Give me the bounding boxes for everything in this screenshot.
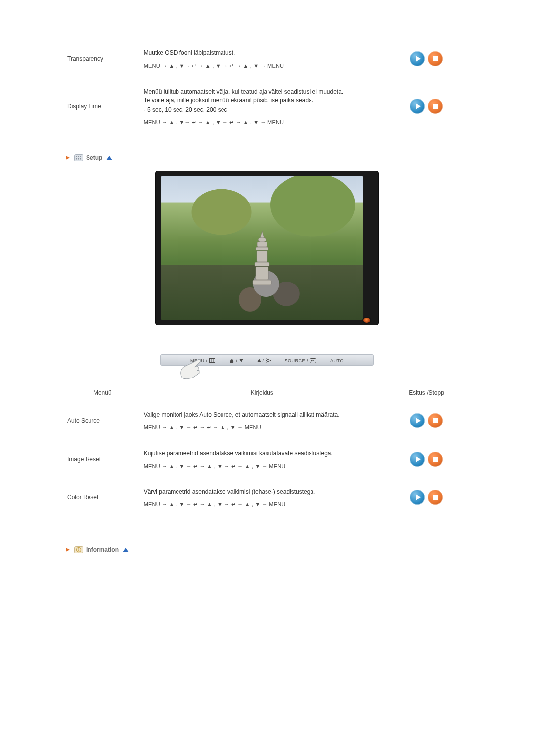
menu-item-image-reset: Image Reset [67,456,101,463]
svg-rect-7 [80,158,81,160]
svg-rect-35 [78,548,79,549]
play-stop-controls [410,51,443,66]
enter-glyph-icon [310,358,316,363]
play-icon [416,103,421,109]
sun-icon [266,358,271,363]
monitor-illustration [64,171,470,325]
play-icon [416,456,421,462]
svg-rect-4 [80,156,81,157]
svg-marker-0 [66,156,70,160]
svg-rect-5 [76,158,77,160]
svg-marker-32 [66,548,70,552]
svg-marker-19 [239,359,243,362]
svg-marker-31 [311,360,312,361]
svg-rect-16 [209,359,215,363]
desc-text: Muutke OSD fooni läbipaistmatust. [144,48,380,58]
header-desc: Kirjeldus [251,389,273,396]
stop-icon [433,495,438,500]
chevron-up-icon [106,156,112,160]
bar-source: SOURCE / [285,358,317,363]
bar-slash: / [236,358,238,363]
play-stop-controls [410,452,443,467]
setup-box-icon [74,154,83,161]
bar-source-text: SOURCE / [285,358,309,363]
triangle-up-icon [257,359,261,363]
button-bar-illustration: MENU / / / SOURCE / AUTO [64,354,470,366]
stop-button[interactable] [428,413,443,428]
nav-path: MENU → ▲ , ▼ → ↵ → ▲ , ▼ → ↵ → ▲ , ▼ → M… [144,501,380,508]
table-row: Auto Source Valige monitori jaoks Auto S… [64,401,470,440]
desc-text: Värvi parameetrid asendatakse vaikimisi … [144,487,380,497]
play-button[interactable] [410,99,425,114]
stop-button[interactable] [428,452,443,467]
svg-rect-10 [257,242,267,247]
table-row: Color Reset Värvi parameetrid asendataks… [64,478,470,517]
table-row: Image Reset Kujutise parameetrid asendat… [64,440,470,478]
svg-line-29 [269,359,270,359]
nav-path: MENU → ▲ , ▼ → ↵ → ↵ → ▲ , ▼ → MENU [144,425,380,431]
play-button[interactable] [410,413,425,428]
svg-rect-2 [76,156,77,157]
arrow-icon [64,154,71,161]
nav-path: MENU → ▲ , ▼ → ↵ → ▲ , ▼ → ↵ → ▲ , ▼ → M… [144,463,380,470]
section-title: Setup [86,154,102,161]
info-box-icon [74,546,83,553]
header-play: Esitus /Stopp [409,389,444,396]
page-root: Transparency Muutke OSD fooni läbipaistm… [0,0,534,756]
nav-path: MENU → ▲ , ▼→ ↵ → ▲ , ▼ → ↵ → ▲ , ▼ → ME… [144,63,380,69]
play-button[interactable] [410,490,425,505]
desc-text: Kujutise parameetrid asendatakse vaikimi… [144,449,380,458]
menu-glyph-icon [209,358,215,363]
hand-icon [177,357,205,380]
header-menu: Menüü [93,389,112,396]
stop-button[interactable] [428,99,443,114]
svg-line-28 [266,362,267,362]
table-row: Transparency Muutke OSD fooni läbipaistm… [64,40,470,78]
nav-path: MENU → ▲ , ▼→ ↵ → ▲ , ▼ → ↵ → ▲ , ▼ → ME… [144,119,380,126]
play-icon [416,494,421,500]
osd-table: Transparency Muutke OSD fooni läbipaistm… [64,40,470,135]
triangle-down-icon [239,359,243,363]
svg-rect-3 [78,156,79,157]
monitor-frame [156,171,378,325]
svg-line-27 [269,362,270,362]
play-button[interactable] [410,452,425,467]
stop-icon [433,457,438,462]
monitor-power-led [363,318,370,323]
svg-rect-1 [75,155,83,161]
svg-rect-6 [78,158,79,160]
stop-button[interactable] [428,490,443,505]
svg-point-21 [267,360,269,362]
svg-rect-12 [257,251,267,262]
menu-item-auto-source: Auto Source [67,417,100,424]
contrast-icon [229,358,235,363]
chevron-up-icon [123,548,129,552]
play-stop-controls [410,490,443,505]
desc-text: Menüü lülitub automaatselt välja, kui te… [144,87,380,115]
table-row: Display Time Menüü lülitub automaatselt … [64,78,470,135]
menu-item-transparency: Transparency [67,55,103,62]
menu-item-display-time: Display Time [67,103,101,110]
stop-icon [433,104,438,109]
svg-marker-20 [257,359,261,362]
monitor-screen [161,176,363,320]
play-stop-controls [410,99,443,114]
bar-bright: / [257,358,271,363]
svg-rect-36 [78,550,79,551]
bar-slash: / [263,358,264,363]
stop-icon [433,418,438,423]
svg-rect-11 [256,247,268,250]
bar-contrast: / [229,358,243,363]
play-icon [416,418,421,424]
arrow-icon [64,546,71,553]
setup-table: Menüü Kirjeldus Esitus /Stopp Auto Sourc… [64,380,470,517]
stupa-shape [251,231,273,285]
section-header-setup: Setup [64,154,470,161]
setup-headers: Menüü Kirjeldus Esitus /Stopp [64,380,470,401]
play-button[interactable] [410,51,425,66]
stop-button[interactable] [428,51,443,66]
section-header-information: Information [64,546,470,553]
svg-rect-15 [253,280,271,285]
svg-rect-14 [256,267,268,280]
stop-icon [433,56,438,61]
